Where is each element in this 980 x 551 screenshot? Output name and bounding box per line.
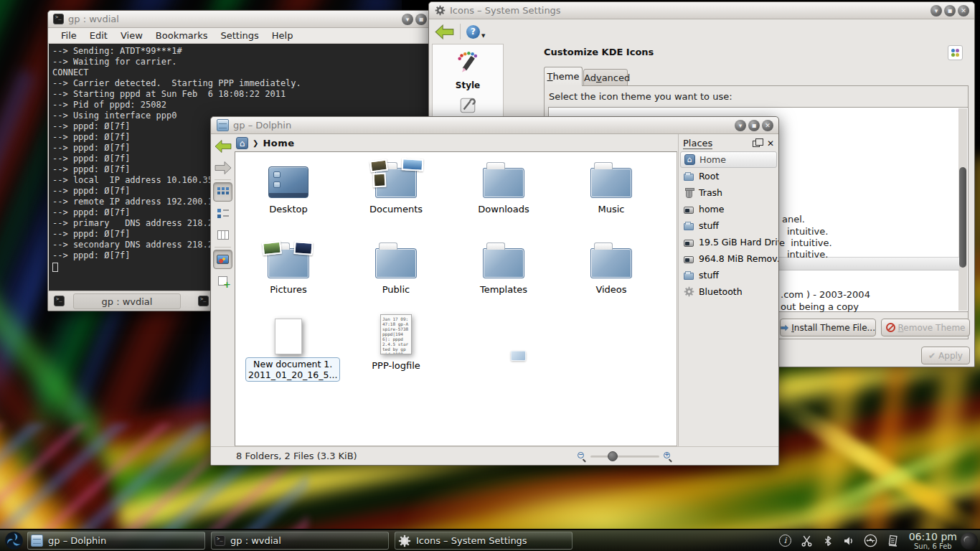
document-icon (275, 319, 302, 354)
close-button[interactable]: ✕ (762, 120, 773, 131)
remove-theme-button[interactable]: Remove Theme (881, 319, 970, 336)
notifications-icon[interactable]: i (779, 534, 791, 547)
place-bluetooth[interactable]: Bluetooth (679, 283, 778, 300)
menu-view[interactable]: View (115, 30, 149, 41)
file-item-new-document[interactable]: New document 1. 2011_01_20_16_5... (245, 314, 331, 382)
task-wvdial[interactable]: >_ gp : wvdial (211, 532, 389, 550)
sidebar-item-next[interactable] (433, 90, 503, 118)
zoom-slider-thumb[interactable] (608, 451, 618, 461)
close-button[interactable]: ✕ (958, 5, 969, 17)
dolphin-icon (31, 534, 43, 547)
tab-list-icon[interactable]: >_ (198, 296, 209, 306)
clock[interactable]: 06:10 pm Sun, 6 Feb (909, 532, 957, 550)
plasma-toolbox-icon[interactable] (961, 532, 978, 550)
drag-ghost-icon (511, 351, 526, 361)
folder-item-pictures[interactable]: Pictures (245, 240, 331, 295)
folder-item-documents[interactable]: Documents (353, 159, 439, 215)
place-stuff[interactable]: stuff (679, 217, 778, 234)
split-button[interactable] (213, 271, 232, 291)
volume-icon[interactable] (843, 535, 854, 547)
place-home[interactable]: ⌂Home (680, 151, 777, 168)
breadcrumb-home[interactable]: Home (263, 138, 294, 149)
menu-bookmarks[interactable]: Bookmarks (150, 30, 214, 41)
folder-item-public[interactable]: Public (353, 240, 439, 295)
printer-icon[interactable] (887, 534, 900, 547)
help-button[interactable]: ? (466, 25, 480, 39)
maximize-button[interactable]: ◾ (415, 14, 427, 25)
dolphin-titlebar[interactable]: gp – Dolphin ▾ ◾ ✕ (211, 117, 778, 134)
breadcrumb-separator: ❯ (253, 139, 258, 147)
folder-item-templates[interactable]: Templates (461, 240, 547, 295)
place-trash[interactable]: Trash (679, 184, 778, 201)
folder-icon (483, 248, 524, 278)
settings-titlebar[interactable]: Icons – System Settings ▾ ◾ ✕ (429, 2, 974, 19)
task-dolphin[interactable]: gp – Dolphin (27, 532, 205, 550)
folder-icon (590, 168, 632, 198)
detach-panel-icon[interactable] (753, 141, 760, 147)
folder-icon (684, 273, 694, 280)
tool-icon (458, 96, 477, 115)
folder-item-music[interactable]: Music (568, 159, 654, 215)
folder-icon (483, 168, 524, 198)
menu-edit[interactable]: Edit (84, 30, 113, 41)
install-theme-button[interactable]: Install Theme File... (780, 319, 876, 336)
settings-title: Icons – System Settings (450, 5, 561, 16)
terminal-icon: >_ (215, 535, 225, 546)
selected-file-label: New document 1. 2011_01_20_16_5... (245, 357, 340, 382)
task-system-settings[interactable]: Icons – System Settings (395, 532, 573, 550)
folder-item-downloads[interactable]: Downloads (461, 159, 547, 215)
forward-button[interactable] (213, 158, 232, 177)
scrollbar-thumb[interactable] (959, 167, 966, 268)
konsole-titlebar[interactable]: >_ gp : wvdial ▾ ◾ ✕ (48, 11, 446, 28)
preview-button[interactable] (213, 250, 232, 269)
close-panel-icon[interactable]: ✕ (767, 138, 774, 149)
zoom-slider[interactable] (590, 456, 659, 458)
maximize-button[interactable]: ◾ (748, 120, 760, 131)
menu-help[interactable]: Help (266, 30, 299, 41)
zoom-out-icon[interactable]: − (578, 452, 586, 461)
icons-view-button[interactable] (213, 182, 232, 202)
places-panel: Places ✕ ⌂Home Root Trash home stuff 19.… (678, 134, 778, 446)
place-hard-drive[interactable]: 19.5 GiB Hard Drive (679, 234, 778, 250)
kde-logo-icon (4, 531, 24, 550)
chevron-down-icon: ▼ (481, 33, 485, 39)
folder-item-desktop[interactable]: Desktop (245, 159, 331, 215)
minimize-button[interactable]: ▾ (930, 5, 942, 17)
columns-view-button[interactable] (213, 225, 232, 245)
place-root[interactable]: Root (679, 168, 778, 184)
style-icon (455, 50, 481, 75)
folder-item-videos[interactable]: Videos (568, 240, 654, 295)
dolphin-view[interactable]: Desktop Documents Downloads Music (235, 151, 677, 446)
tab-theme[interactable]: Theme (544, 67, 583, 86)
place-stuff2[interactable]: stuff (679, 267, 778, 283)
file-item-ppp-logfile[interactable]: Jan 17 09:47:18 gp-Aspire-5738 pppd[1946… (353, 314, 439, 371)
back-button[interactable] (435, 24, 454, 40)
konsole-tab[interactable]: gp : wvdial (73, 293, 181, 309)
minimize-button[interactable]: ▾ (402, 14, 413, 25)
overview-icon[interactable] (948, 45, 963, 60)
menu-settings[interactable]: Settings (215, 30, 264, 41)
home-icon: ⌂ (684, 154, 695, 165)
konsole-title: gp : wvdial (68, 14, 119, 24)
scrollbar[interactable] (958, 108, 967, 311)
places-title: Places (683, 138, 712, 149)
sidebar-item-style[interactable]: Style (433, 44, 503, 90)
zoom-in-icon[interactable]: + (664, 452, 672, 461)
back-button[interactable] (213, 136, 232, 156)
maximize-button[interactable]: ◾ (944, 5, 956, 17)
place-home-partition[interactable]: home (679, 201, 778, 217)
home-icon[interactable]: ⌂ (236, 137, 248, 149)
new-tab-icon[interactable]: >_ (54, 296, 65, 306)
apply-button[interactable]: ✔ Apply (921, 347, 970, 364)
trash-icon (686, 189, 692, 198)
device-notifier-icon[interactable] (864, 534, 877, 547)
kde-launcher-button[interactable] (0, 530, 27, 551)
bluetooth-icon[interactable] (822, 535, 834, 547)
folder-icon (684, 174, 694, 181)
menu-file[interactable]: File (55, 30, 83, 41)
tab-advanced[interactable]: Advanced (583, 69, 628, 86)
place-removable[interactable]: 964.8 MiB Remov... (679, 250, 778, 267)
details-view-button[interactable] (213, 204, 232, 223)
klipper-icon[interactable] (801, 534, 813, 547)
minimize-button[interactable]: ▾ (735, 120, 746, 131)
